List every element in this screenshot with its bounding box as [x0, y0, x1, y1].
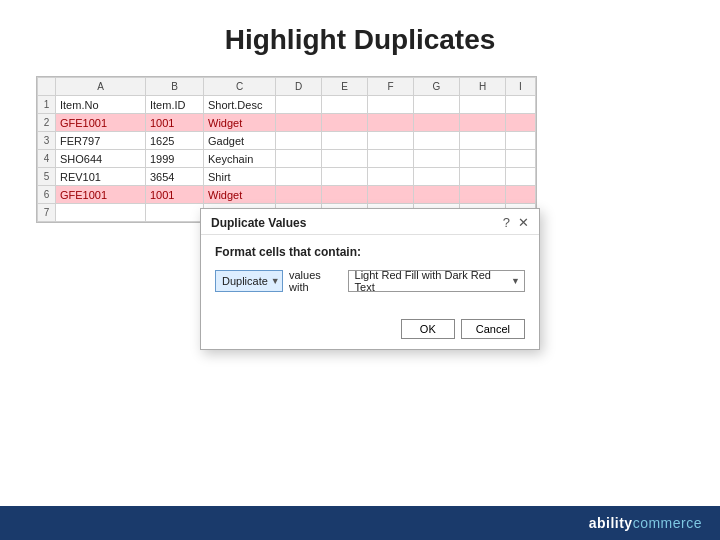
dialog-section-label: Format cells that contain:: [215, 245, 525, 259]
page-title: Highlight Duplicates: [0, 0, 720, 76]
col-header-g: G: [414, 78, 460, 96]
dialog-title: Duplicate Values: [211, 216, 306, 230]
col-header-c: C: [204, 78, 276, 96]
cancel-button[interactable]: Cancel: [461, 319, 525, 339]
logo-ability: ability: [589, 515, 633, 531]
table-row: 4SHO6441999Keychain: [38, 150, 536, 168]
col-header-e: E: [322, 78, 368, 96]
col-header-a: A: [56, 78, 146, 96]
table-row: 5REV1013654Shirt: [38, 168, 536, 186]
duplicate-chevron-icon: ▼: [271, 276, 280, 286]
duplicate-values-dialog: Duplicate Values ? ✕ Format cells that c…: [200, 208, 540, 350]
dialog-title-icons: ? ✕: [503, 215, 529, 230]
values-with-label: values with: [289, 269, 342, 293]
table-row: 2GFE10011001Widget: [38, 114, 536, 132]
col-header-rownum: [38, 78, 56, 96]
table-row: 3FER7971625Gadget: [38, 132, 536, 150]
table-row: 1Item.NoItem.IDShort.Desc: [38, 96, 536, 114]
format-dropdown[interactable]: Light Red Fill with Dark Red Text ▼: [348, 270, 525, 292]
col-header-i: I: [506, 78, 536, 96]
dialog-title-bar: Duplicate Values ? ✕: [201, 209, 539, 235]
help-icon[interactable]: ?: [503, 215, 510, 230]
bottom-bar: ability commerce: [0, 506, 720, 540]
logo: ability commerce: [589, 515, 702, 531]
col-header-b: B: [146, 78, 204, 96]
spreadsheet-area: A B C D E F G H I 1Item.NoItem.IDShort.D…: [36, 76, 537, 223]
format-dropdown-label: Light Red Fill with Dark Red Text: [355, 269, 509, 293]
dialog-footer: OK Cancel: [201, 319, 539, 349]
col-header-f: F: [368, 78, 414, 96]
ok-button[interactable]: OK: [401, 319, 455, 339]
dialog-controls-row: Duplicate ▼ values with Light Red Fill w…: [215, 269, 525, 293]
duplicate-dropdown-label: Duplicate: [222, 275, 268, 287]
col-header-h: H: [460, 78, 506, 96]
close-icon[interactable]: ✕: [518, 215, 529, 230]
logo-commerce: commerce: [633, 515, 702, 531]
col-header-d: D: [276, 78, 322, 96]
duplicate-dropdown[interactable]: Duplicate ▼: [215, 270, 283, 292]
format-chevron-icon: ▼: [511, 276, 520, 286]
table-row: 6GFE10011001Widget: [38, 186, 536, 204]
sheet-table: A B C D E F G H I 1Item.NoItem.IDShort.D…: [37, 77, 536, 222]
dialog-body: Format cells that contain: Duplicate ▼ v…: [201, 235, 539, 319]
